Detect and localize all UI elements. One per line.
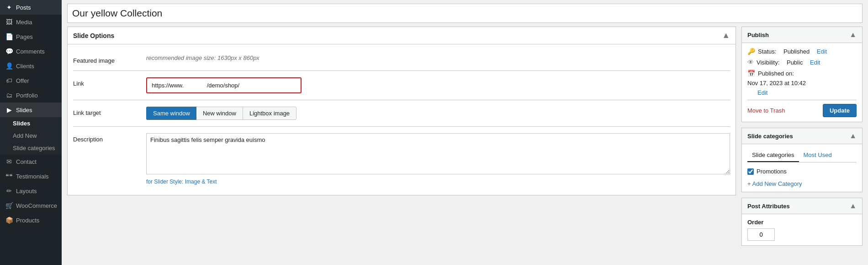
- clients-icon: 👤: [5, 62, 13, 70]
- slide-categories-body: Slide categories Most Used Promotions + …: [742, 144, 862, 192]
- promotions-checkbox[interactable]: [747, 168, 754, 175]
- visibility-edit-link[interactable]: Edit: [810, 59, 820, 66]
- posts-icon: ✦: [5, 4, 13, 11]
- promotions-label[interactable]: Promotions: [757, 168, 787, 175]
- slide-categories-collapse-icon[interactable]: ▲: [849, 132, 857, 140]
- post-attributes-collapse-icon[interactable]: ▲: [849, 202, 857, 210]
- move-to-trash-link[interactable]: Move to Trash: [747, 107, 785, 114]
- sidebar-sub-label: Slides: [13, 120, 30, 127]
- status-value: Published: [783, 48, 810, 55]
- sidebar-item-media[interactable]: 🖼 Media: [0, 15, 62, 29]
- publish-collapse-icon[interactable]: ▲: [849, 31, 857, 39]
- editor-panel: Slide Options ▲ Featured image recommend…: [67, 27, 736, 260]
- sidebar-item-label: Portfolio: [16, 92, 38, 99]
- sidebar-item-label: Slides: [16, 107, 32, 114]
- publish-title: Publish: [747, 32, 769, 38]
- media-icon: 🖼: [5, 18, 13, 26]
- products-icon: 📦: [5, 216, 13, 224]
- sidebar-item-offer[interactable]: 🏷 Offer: [0, 73, 62, 88]
- link-target-row: Link target Same window New window Light…: [73, 102, 730, 124]
- sidebar-item-label: Comments: [16, 48, 45, 55]
- sidebar-item-label: Products: [16, 217, 39, 224]
- category-promotions-row: Promotions: [747, 166, 857, 177]
- published-on-label: Published on:: [758, 70, 794, 77]
- featured-image-hint: recommended image size: 1630px x 860px: [146, 52, 259, 61]
- sidebar-item-contact[interactable]: ✉ Contact: [0, 154, 62, 169]
- post-title-input[interactable]: [67, 4, 863, 23]
- sidebar-item-slides[interactable]: ▶ Slides: [0, 103, 62, 117]
- link-target-buttons: Same window New window Lightbox image: [146, 107, 730, 120]
- slide-options-body: Featured image recommended image size: 1…: [68, 44, 736, 195]
- sidebar-item-portfolio[interactable]: 🗂 Portfolio: [0, 88, 62, 103]
- new-window-button[interactable]: New window: [196, 107, 243, 120]
- order-label: Order: [747, 219, 857, 226]
- sidebar-item-label: Contact: [16, 158, 37, 165]
- description-textarea[interactable]: Finibus sagittis felis semper gravida eu…: [146, 133, 730, 174]
- sidebar-sub-slide-categories[interactable]: Slide categories: [0, 142, 62, 154]
- sidebar-item-label: Offer: [16, 77, 29, 84]
- add-new-category-link[interactable]: + Add New Category: [747, 180, 857, 187]
- visibility-icon: 👁: [747, 59, 754, 66]
- description-field-container: Finibus sagittis felis semper gravida eu…: [146, 133, 730, 185]
- layouts-icon: ✏: [5, 187, 13, 195]
- comments-icon: 💬: [5, 48, 13, 55]
- slide-categories-header[interactable]: Slide categories ▲: [742, 128, 862, 144]
- sidebar-item-label: Layouts: [16, 188, 37, 195]
- sidebar-item-comments[interactable]: 💬 Comments: [0, 44, 62, 59]
- publish-header[interactable]: Publish ▲: [742, 27, 862, 43]
- slides-icon: ▶: [5, 106, 13, 114]
- tab-slide-categories[interactable]: Slide categories: [747, 149, 799, 162]
- calendar-icon: 📅: [747, 70, 755, 77]
- same-window-button[interactable]: Same window: [146, 107, 196, 120]
- status-edit-link[interactable]: Edit: [817, 48, 827, 55]
- pages-icon: 📄: [5, 33, 13, 40]
- metabox-collapse-icon[interactable]: ▲: [722, 31, 730, 40]
- post-attributes-body: Order: [742, 214, 862, 245]
- admin-sidebar: ✦ Posts 🖼 Media 📄 Pages 💬 Comments 👤 Cli…: [0, 0, 62, 265]
- link-target-label: Link target: [73, 107, 146, 116]
- main-content: Slide Options ▲ Featured image recommend…: [62, 0, 868, 265]
- title-bar: [62, 0, 868, 27]
- sidebar-item-pages[interactable]: 📄 Pages: [0, 29, 62, 44]
- offer-icon: 🏷: [5, 77, 13, 84]
- lightbox-image-button[interactable]: Lightbox image: [243, 107, 296, 120]
- sidebar-sub-slides[interactable]: Slides: [0, 117, 62, 130]
- featured-image-row: Featured image recommended image size: 1…: [73, 50, 730, 69]
- order-input[interactable]: [747, 228, 775, 241]
- link-target-button-group: Same window New window Lightbox image: [146, 107, 730, 120]
- update-button[interactable]: Update: [823, 104, 857, 117]
- publish-actions: Move to Trash Update: [747, 100, 857, 117]
- visibility-label: Visibility:: [757, 59, 779, 66]
- sidebar-item-layouts[interactable]: ✏ Layouts: [0, 184, 62, 198]
- sidebar-item-label: Pages: [16, 33, 33, 40]
- tab-most-used[interactable]: Most Used: [799, 149, 836, 162]
- published-on-edit-link[interactable]: Edit: [757, 89, 767, 96]
- published-on-row: 📅 Published on: Nov 17, 2023 at 10:42 Ed…: [747, 70, 857, 96]
- sidebar-item-testimonials[interactable]: ❝❝ Testimonials: [0, 169, 62, 184]
- divider-1: [73, 70, 730, 71]
- sidebar-item-label: Clients: [16, 63, 34, 70]
- sidebar-item-posts[interactable]: ✦ Posts: [0, 0, 62, 15]
- sidebar-item-products[interactable]: 📦 Products: [0, 213, 62, 227]
- link-input[interactable]: [150, 80, 298, 91]
- visibility-row: 👁 Visibility: Public Edit: [747, 59, 857, 66]
- sidebar-item-woocommerce[interactable]: 🛒 WooCommerce: [0, 198, 62, 213]
- link-field-container: [146, 77, 730, 93]
- published-on-value: Nov 17, 2023 at 10:42: [747, 80, 806, 87]
- sidebar-sub-add-new[interactable]: Add New: [0, 130, 62, 142]
- visibility-value: Public: [787, 59, 803, 66]
- sidebar-item-label: Media: [16, 19, 32, 26]
- sidebar-item-label: Testimonials: [16, 173, 49, 180]
- featured-image-value: recommended image size: 1630px x 860px: [146, 54, 730, 61]
- woocommerce-icon: 🛒: [5, 202, 13, 209]
- post-attributes-header[interactable]: Post Attributes ▲: [742, 198, 862, 214]
- slide-options-metabox: Slide Options ▲ Featured image recommend…: [67, 27, 736, 195]
- slide-categories-title: Slide categories: [747, 133, 793, 140]
- slide-options-header[interactable]: Slide Options ▲: [68, 27, 736, 44]
- sidebar-item-clients[interactable]: 👤 Clients: [0, 59, 62, 73]
- divider-3: [73, 126, 730, 127]
- description-row: Description Finibus sagittis felis sempe…: [73, 129, 730, 189]
- sidebar-sub-label: Add New: [13, 132, 37, 139]
- categories-tabs: Slide categories Most Used: [747, 149, 857, 162]
- status-row: 🔑 Status: Published Edit: [747, 48, 857, 55]
